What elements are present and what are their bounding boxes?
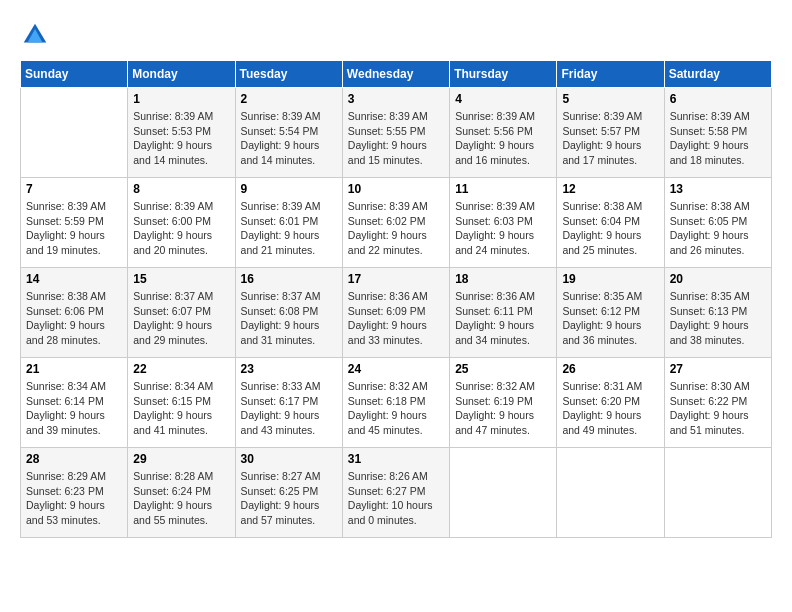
- day-number: 12: [562, 182, 658, 196]
- day-info: Sunrise: 8:28 AMSunset: 6:24 PMDaylight:…: [133, 469, 229, 528]
- day-number: 13: [670, 182, 766, 196]
- day-info: Sunrise: 8:35 AMSunset: 6:12 PMDaylight:…: [562, 289, 658, 348]
- calendar-cell: 20Sunrise: 8:35 AMSunset: 6:13 PMDayligh…: [664, 268, 771, 358]
- day-number: 15: [133, 272, 229, 286]
- day-info: Sunrise: 8:39 AMSunset: 5:56 PMDaylight:…: [455, 109, 551, 168]
- day-number: 7: [26, 182, 122, 196]
- day-number: 24: [348, 362, 444, 376]
- day-number: 9: [241, 182, 337, 196]
- calendar-cell: 5Sunrise: 8:39 AMSunset: 5:57 PMDaylight…: [557, 88, 664, 178]
- calendar-cell: [450, 448, 557, 538]
- day-number: 19: [562, 272, 658, 286]
- logo-icon: [20, 20, 50, 50]
- day-number: 21: [26, 362, 122, 376]
- day-number: 5: [562, 92, 658, 106]
- day-number: 10: [348, 182, 444, 196]
- calendar-cell: 2Sunrise: 8:39 AMSunset: 5:54 PMDaylight…: [235, 88, 342, 178]
- day-number: 28: [26, 452, 122, 466]
- calendar-cell: 15Sunrise: 8:37 AMSunset: 6:07 PMDayligh…: [128, 268, 235, 358]
- calendar-cell: [557, 448, 664, 538]
- day-info: Sunrise: 8:32 AMSunset: 6:18 PMDaylight:…: [348, 379, 444, 438]
- calendar-cell: 22Sunrise: 8:34 AMSunset: 6:15 PMDayligh…: [128, 358, 235, 448]
- day-info: Sunrise: 8:39 AMSunset: 5:54 PMDaylight:…: [241, 109, 337, 168]
- calendar-cell: 23Sunrise: 8:33 AMSunset: 6:17 PMDayligh…: [235, 358, 342, 448]
- day-number: 6: [670, 92, 766, 106]
- day-number: 23: [241, 362, 337, 376]
- calendar-cell: 4Sunrise: 8:39 AMSunset: 5:56 PMDaylight…: [450, 88, 557, 178]
- calendar-cell: 9Sunrise: 8:39 AMSunset: 6:01 PMDaylight…: [235, 178, 342, 268]
- day-number: 29: [133, 452, 229, 466]
- day-info: Sunrise: 8:39 AMSunset: 5:55 PMDaylight:…: [348, 109, 444, 168]
- calendar-cell: 26Sunrise: 8:31 AMSunset: 6:20 PMDayligh…: [557, 358, 664, 448]
- logo: [20, 20, 54, 50]
- weekday-header: Monday: [128, 61, 235, 88]
- weekday-header: Friday: [557, 61, 664, 88]
- day-number: 31: [348, 452, 444, 466]
- day-number: 11: [455, 182, 551, 196]
- day-info: Sunrise: 8:39 AMSunset: 6:03 PMDaylight:…: [455, 199, 551, 258]
- calendar-cell: 18Sunrise: 8:36 AMSunset: 6:11 PMDayligh…: [450, 268, 557, 358]
- day-info: Sunrise: 8:39 AMSunset: 6:00 PMDaylight:…: [133, 199, 229, 258]
- day-number: 16: [241, 272, 337, 286]
- calendar-week-row: 28Sunrise: 8:29 AMSunset: 6:23 PMDayligh…: [21, 448, 772, 538]
- day-number: 4: [455, 92, 551, 106]
- day-number: 1: [133, 92, 229, 106]
- calendar-cell: 31Sunrise: 8:26 AMSunset: 6:27 PMDayligh…: [342, 448, 449, 538]
- calendar-cell: 17Sunrise: 8:36 AMSunset: 6:09 PMDayligh…: [342, 268, 449, 358]
- weekday-header: Saturday: [664, 61, 771, 88]
- calendar-cell: 10Sunrise: 8:39 AMSunset: 6:02 PMDayligh…: [342, 178, 449, 268]
- day-info: Sunrise: 8:39 AMSunset: 5:53 PMDaylight:…: [133, 109, 229, 168]
- calendar-cell: 25Sunrise: 8:32 AMSunset: 6:19 PMDayligh…: [450, 358, 557, 448]
- calendar-cell: 6Sunrise: 8:39 AMSunset: 5:58 PMDaylight…: [664, 88, 771, 178]
- calendar-cell: 8Sunrise: 8:39 AMSunset: 6:00 PMDaylight…: [128, 178, 235, 268]
- day-number: 30: [241, 452, 337, 466]
- calendar-cell: 12Sunrise: 8:38 AMSunset: 6:04 PMDayligh…: [557, 178, 664, 268]
- day-info: Sunrise: 8:39 AMSunset: 6:01 PMDaylight:…: [241, 199, 337, 258]
- day-info: Sunrise: 8:38 AMSunset: 6:04 PMDaylight:…: [562, 199, 658, 258]
- day-info: Sunrise: 8:38 AMSunset: 6:05 PMDaylight:…: [670, 199, 766, 258]
- calendar-cell: 21Sunrise: 8:34 AMSunset: 6:14 PMDayligh…: [21, 358, 128, 448]
- calendar-week-row: 7Sunrise: 8:39 AMSunset: 5:59 PMDaylight…: [21, 178, 772, 268]
- day-number: 26: [562, 362, 658, 376]
- calendar-cell: 7Sunrise: 8:39 AMSunset: 5:59 PMDaylight…: [21, 178, 128, 268]
- calendar-table: SundayMondayTuesdayWednesdayThursdayFrid…: [20, 60, 772, 538]
- calendar-week-row: 1Sunrise: 8:39 AMSunset: 5:53 PMDaylight…: [21, 88, 772, 178]
- day-info: Sunrise: 8:36 AMSunset: 6:09 PMDaylight:…: [348, 289, 444, 348]
- calendar-cell: 14Sunrise: 8:38 AMSunset: 6:06 PMDayligh…: [21, 268, 128, 358]
- page-header: [20, 20, 772, 50]
- calendar-week-row: 14Sunrise: 8:38 AMSunset: 6:06 PMDayligh…: [21, 268, 772, 358]
- weekday-header: Thursday: [450, 61, 557, 88]
- calendar-cell: 3Sunrise: 8:39 AMSunset: 5:55 PMDaylight…: [342, 88, 449, 178]
- weekday-header: Wednesday: [342, 61, 449, 88]
- calendar-cell: 28Sunrise: 8:29 AMSunset: 6:23 PMDayligh…: [21, 448, 128, 538]
- day-number: 8: [133, 182, 229, 196]
- day-number: 3: [348, 92, 444, 106]
- calendar-cell: 13Sunrise: 8:38 AMSunset: 6:05 PMDayligh…: [664, 178, 771, 268]
- calendar-cell: [21, 88, 128, 178]
- day-number: 17: [348, 272, 444, 286]
- day-info: Sunrise: 8:26 AMSunset: 6:27 PMDaylight:…: [348, 469, 444, 528]
- day-number: 22: [133, 362, 229, 376]
- day-info: Sunrise: 8:37 AMSunset: 6:07 PMDaylight:…: [133, 289, 229, 348]
- calendar-cell: 30Sunrise: 8:27 AMSunset: 6:25 PMDayligh…: [235, 448, 342, 538]
- calendar-cell: 29Sunrise: 8:28 AMSunset: 6:24 PMDayligh…: [128, 448, 235, 538]
- day-info: Sunrise: 8:39 AMSunset: 5:57 PMDaylight:…: [562, 109, 658, 168]
- day-info: Sunrise: 8:30 AMSunset: 6:22 PMDaylight:…: [670, 379, 766, 438]
- day-number: 2: [241, 92, 337, 106]
- day-info: Sunrise: 8:38 AMSunset: 6:06 PMDaylight:…: [26, 289, 122, 348]
- weekday-header: Sunday: [21, 61, 128, 88]
- day-info: Sunrise: 8:33 AMSunset: 6:17 PMDaylight:…: [241, 379, 337, 438]
- day-number: 14: [26, 272, 122, 286]
- calendar-week-row: 21Sunrise: 8:34 AMSunset: 6:14 PMDayligh…: [21, 358, 772, 448]
- calendar-cell: 27Sunrise: 8:30 AMSunset: 6:22 PMDayligh…: [664, 358, 771, 448]
- day-info: Sunrise: 8:37 AMSunset: 6:08 PMDaylight:…: [241, 289, 337, 348]
- day-info: Sunrise: 8:34 AMSunset: 6:15 PMDaylight:…: [133, 379, 229, 438]
- day-info: Sunrise: 8:39 AMSunset: 5:59 PMDaylight:…: [26, 199, 122, 258]
- day-info: Sunrise: 8:36 AMSunset: 6:11 PMDaylight:…: [455, 289, 551, 348]
- day-number: 20: [670, 272, 766, 286]
- day-info: Sunrise: 8:35 AMSunset: 6:13 PMDaylight:…: [670, 289, 766, 348]
- calendar-cell: 19Sunrise: 8:35 AMSunset: 6:12 PMDayligh…: [557, 268, 664, 358]
- calendar-cell: [664, 448, 771, 538]
- day-info: Sunrise: 8:34 AMSunset: 6:14 PMDaylight:…: [26, 379, 122, 438]
- calendar-cell: 24Sunrise: 8:32 AMSunset: 6:18 PMDayligh…: [342, 358, 449, 448]
